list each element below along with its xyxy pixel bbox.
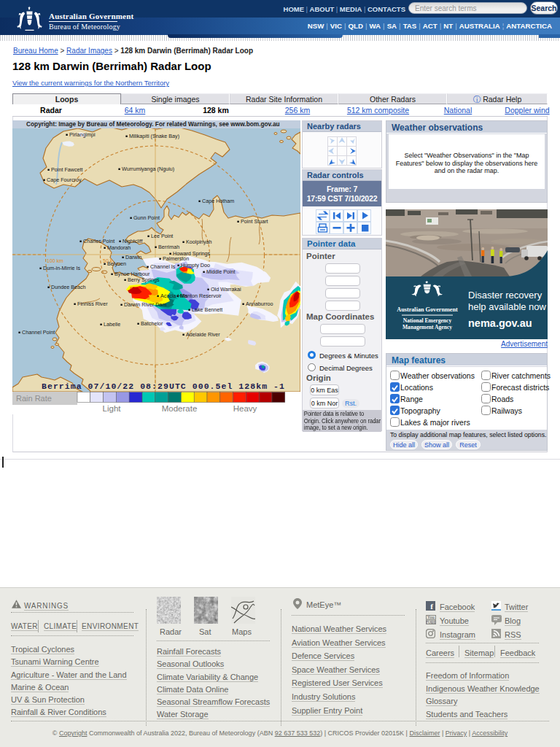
svg-text:f: f <box>430 602 433 611</box>
svg-text:You: You <box>427 615 435 619</box>
svg-text:TUBE: TUBE <box>426 620 436 624</box>
